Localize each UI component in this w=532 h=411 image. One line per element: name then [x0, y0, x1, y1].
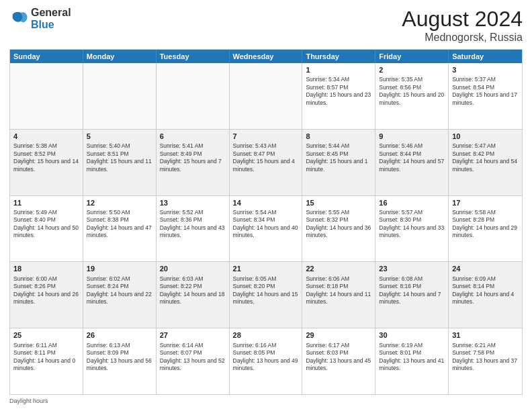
calendar-row-3: 11Sunrise: 5:49 AM Sunset: 8:40 PM Dayli…: [10, 195, 522, 262]
day-number: 10: [452, 132, 519, 142]
calendar-cell: 22Sunrise: 6:06 AM Sunset: 8:18 PM Dayli…: [302, 262, 375, 328]
calendar-body: 1Sunrise: 5:34 AM Sunset: 8:57 PM Daylig…: [10, 63, 522, 394]
cell-details: Sunrise: 5:41 AM Sunset: 8:49 PM Dayligh…: [160, 142, 226, 173]
header: General Blue August 2024 Mednogorsk, Rus…: [9, 7, 523, 44]
cell-details: Sunrise: 6:06 AM Sunset: 8:18 PM Dayligh…: [306, 275, 371, 306]
day-number: 7: [233, 132, 299, 142]
cell-details: Sunrise: 5:38 AM Sunset: 8:52 PM Dayligh…: [13, 142, 79, 173]
header-saturday: Saturday: [449, 50, 522, 63]
calendar-row-5: 25Sunrise: 6:11 AM Sunset: 8:11 PM Dayli…: [10, 328, 522, 394]
header-tuesday: Tuesday: [157, 50, 230, 63]
footer-note: Daylight hours: [9, 398, 523, 404]
cell-details: Sunrise: 6:16 AM Sunset: 8:05 PM Dayligh…: [233, 342, 299, 373]
cell-details: Sunrise: 6:21 AM Sunset: 7:58 PM Dayligh…: [452, 342, 519, 373]
calendar-cell: [230, 63, 303, 129]
day-number: 16: [379, 198, 445, 208]
calendar-cell: 1Sunrise: 5:34 AM Sunset: 8:57 PM Daylig…: [302, 63, 375, 129]
day-number: 31: [452, 330, 519, 340]
calendar-cell: 31Sunrise: 6:21 AM Sunset: 7:58 PM Dayli…: [449, 328, 522, 394]
calendar-cell: 28Sunrise: 6:16 AM Sunset: 8:05 PM Dayli…: [230, 328, 303, 394]
day-number: 3: [452, 65, 519, 75]
calendar-cell: [83, 63, 157, 129]
calendar-cell: 13Sunrise: 5:52 AM Sunset: 8:36 PM Dayli…: [157, 196, 230, 262]
cell-details: Sunrise: 5:58 AM Sunset: 8:28 PM Dayligh…: [452, 209, 519, 240]
cell-details: Sunrise: 6:00 AM Sunset: 8:26 PM Dayligh…: [13, 275, 79, 306]
calendar-cell: 2Sunrise: 5:35 AM Sunset: 8:56 PM Daylig…: [375, 63, 449, 129]
calendar-cell: 8Sunrise: 5:44 AM Sunset: 8:45 PM Daylig…: [302, 130, 375, 195]
cell-details: Sunrise: 6:08 AM Sunset: 8:16 PM Dayligh…: [379, 275, 445, 306]
cell-details: Sunrise: 6:13 AM Sunset: 8:09 PM Dayligh…: [87, 342, 152, 373]
cell-details: Sunrise: 5:57 AM Sunset: 8:30 PM Dayligh…: [379, 209, 445, 240]
page: General Blue August 2024 Mednogorsk, Rus…: [0, 0, 532, 411]
day-number: 18: [13, 264, 79, 274]
calendar-header: Sunday Monday Tuesday Wednesday Thursday…: [10, 50, 522, 63]
cell-details: Sunrise: 5:52 AM Sunset: 8:36 PM Dayligh…: [160, 209, 226, 240]
calendar-cell: 24Sunrise: 6:09 AM Sunset: 8:14 PM Dayli…: [449, 262, 522, 328]
calendar-cell: 14Sunrise: 5:54 AM Sunset: 8:34 PM Dayli…: [230, 196, 303, 262]
calendar-cell: 5Sunrise: 5:40 AM Sunset: 8:51 PM Daylig…: [83, 130, 157, 195]
cell-details: Sunrise: 6:19 AM Sunset: 8:01 PM Dayligh…: [379, 342, 445, 373]
calendar-cell: 17Sunrise: 5:58 AM Sunset: 8:28 PM Dayli…: [449, 196, 522, 262]
day-number: 9: [379, 132, 445, 142]
calendar-cell: 12Sunrise: 5:50 AM Sunset: 8:38 PM Dayli…: [83, 196, 157, 262]
day-number: 27: [160, 330, 226, 340]
day-number: 26: [87, 330, 152, 340]
cell-details: Sunrise: 5:50 AM Sunset: 8:38 PM Dayligh…: [87, 209, 152, 240]
cell-details: Sunrise: 6:05 AM Sunset: 8:20 PM Dayligh…: [233, 275, 299, 306]
calendar-cell: 3Sunrise: 5:37 AM Sunset: 8:54 PM Daylig…: [449, 63, 522, 129]
calendar-cell: 21Sunrise: 6:05 AM Sunset: 8:20 PM Dayli…: [230, 262, 303, 328]
day-number: 28: [233, 330, 299, 340]
logo-icon: [9, 9, 28, 28]
cell-details: Sunrise: 5:44 AM Sunset: 8:45 PM Dayligh…: [306, 142, 371, 173]
header-friday: Friday: [375, 50, 449, 63]
calendar-cell: 16Sunrise: 5:57 AM Sunset: 8:30 PM Dayli…: [375, 196, 449, 262]
day-number: 25: [13, 330, 79, 340]
day-number: 1: [306, 65, 371, 75]
day-number: 11: [13, 198, 79, 208]
cell-details: Sunrise: 5:43 AM Sunset: 8:47 PM Dayligh…: [233, 142, 299, 173]
day-number: 12: [87, 198, 152, 208]
day-number: 8: [306, 132, 371, 142]
calendar-cell: 26Sunrise: 6:13 AM Sunset: 8:09 PM Dayli…: [83, 328, 157, 394]
header-thursday: Thursday: [302, 50, 375, 63]
header-sunday: Sunday: [10, 50, 83, 63]
logo-blue-text: Blue: [31, 19, 71, 31]
calendar-cell: 25Sunrise: 6:11 AM Sunset: 8:11 PM Dayli…: [10, 328, 83, 394]
calendar-cell: 23Sunrise: 6:08 AM Sunset: 8:16 PM Dayli…: [375, 262, 449, 328]
day-number: 19: [87, 264, 152, 274]
calendar-cell: 4Sunrise: 5:38 AM Sunset: 8:52 PM Daylig…: [10, 130, 83, 195]
calendar-cell: 18Sunrise: 6:00 AM Sunset: 8:26 PM Dayli…: [10, 262, 83, 328]
cell-details: Sunrise: 5:37 AM Sunset: 8:54 PM Dayligh…: [452, 76, 519, 107]
day-number: 6: [160, 132, 226, 142]
calendar: Sunday Monday Tuesday Wednesday Thursday…: [9, 49, 523, 395]
cell-details: Sunrise: 5:49 AM Sunset: 8:40 PM Dayligh…: [13, 209, 79, 240]
title-month: August 2024: [402, 7, 523, 32]
header-monday: Monday: [83, 50, 157, 63]
day-number: 2: [379, 65, 445, 75]
cell-details: Sunrise: 6:11 AM Sunset: 8:11 PM Dayligh…: [13, 342, 79, 373]
cell-details: Sunrise: 6:14 AM Sunset: 8:07 PM Dayligh…: [160, 342, 226, 373]
logo: General Blue: [9, 7, 71, 30]
cell-details: Sunrise: 5:35 AM Sunset: 8:56 PM Dayligh…: [379, 76, 445, 107]
cell-details: Sunrise: 5:40 AM Sunset: 8:51 PM Dayligh…: [87, 142, 152, 173]
footer-daylight: Daylight hours: [9, 398, 48, 404]
logo-general-text: General: [31, 7, 71, 19]
logo-text: General Blue: [31, 7, 71, 30]
calendar-cell: 7Sunrise: 5:43 AM Sunset: 8:47 PM Daylig…: [230, 130, 303, 195]
calendar-cell: 9Sunrise: 5:46 AM Sunset: 8:44 PM Daylig…: [375, 130, 449, 195]
calendar-cell: [157, 63, 230, 129]
calendar-row-2: 4Sunrise: 5:38 AM Sunset: 8:52 PM Daylig…: [10, 129, 522, 195]
day-number: 13: [160, 198, 226, 208]
day-number: 20: [160, 264, 226, 274]
day-number: 24: [452, 264, 519, 274]
header-wednesday: Wednesday: [230, 50, 303, 63]
day-number: 14: [233, 198, 299, 208]
calendar-cell: 10Sunrise: 5:47 AM Sunset: 8:42 PM Dayli…: [449, 130, 522, 195]
calendar-cell: 19Sunrise: 6:02 AM Sunset: 8:24 PM Dayli…: [83, 262, 157, 328]
cell-details: Sunrise: 5:54 AM Sunset: 8:34 PM Dayligh…: [233, 209, 299, 240]
day-number: 30: [379, 330, 445, 340]
title-block: August 2024 Mednogorsk, Russia: [402, 7, 523, 44]
cell-details: Sunrise: 5:46 AM Sunset: 8:44 PM Dayligh…: [379, 142, 445, 173]
calendar-row-1: 1Sunrise: 5:34 AM Sunset: 8:57 PM Daylig…: [10, 63, 522, 129]
day-number: 5: [87, 132, 152, 142]
